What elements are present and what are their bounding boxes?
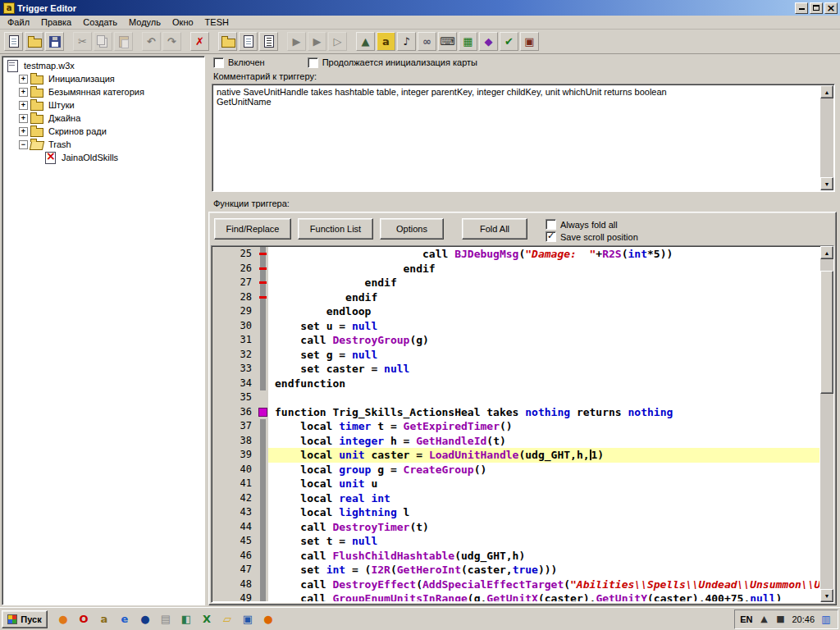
sound-editor-icon[interactable]: ♪ — [397, 32, 416, 51]
start-button[interactable]: Пуск — [2, 610, 48, 628]
trigger-editor-quick-icon[interactable]: a — [95, 610, 113, 628]
minimize-button[interactable] — [795, 2, 808, 14]
menu-item-0[interactable]: Файл — [2, 16, 35, 28]
code-text[interactable]: function Trig_Skills_ActionsHeal takes n… — [268, 405, 819, 420]
code-text[interactable]: call GroupEnumUnitsInRange(g,GetUnitX(ca… — [268, 591, 819, 601]
fold-margin[interactable] — [258, 390, 268, 405]
redo-icon[interactable]: ↷ — [162, 32, 181, 51]
fold-margin[interactable] — [258, 578, 268, 592]
fold-margin[interactable] — [258, 463, 268, 477]
tree-item[interactable]: +Безымянная категория — [2, 85, 204, 98]
maximize-button[interactable] — [810, 2, 823, 14]
fold-margin[interactable] — [258, 348, 268, 363]
fold-margin[interactable] — [258, 262, 268, 276]
tree-item[interactable]: −Trash — [2, 138, 204, 151]
editor-scrollbar[interactable] — [820, 246, 833, 602]
tray-app-icon[interactable]: ■ — [774, 613, 787, 626]
fold-margin[interactable] — [258, 290, 268, 305]
always-fold-checkbox[interactable] — [546, 219, 556, 230]
opera-icon[interactable]: O — [75, 610, 93, 628]
fold-margin[interactable] — [258, 377, 268, 391]
test-map-icon[interactable]: ▣ — [520, 32, 539, 51]
menu-item-2[interactable]: Создать — [77, 16, 123, 28]
delete-icon[interactable]: ✗ — [190, 32, 209, 51]
fold-margin[interactable] — [258, 362, 268, 377]
fold-margin[interactable] — [258, 333, 268, 348]
fold-margin[interactable] — [258, 304, 268, 319]
code-text[interactable]: call FlushChildHashtable(udg_GHT,h) — [268, 549, 819, 564]
comment-scrollbar[interactable] — [820, 85, 833, 190]
init-checkbox[interactable] — [308, 57, 318, 68]
find-replace-button[interactable]: Find/Replace — [214, 218, 291, 240]
fold-margin[interactable] — [258, 491, 268, 506]
expand-icon[interactable]: + — [19, 101, 28, 110]
fold-margin[interactable] — [258, 276, 268, 290]
terrain-editor-icon[interactable]: ▲ — [356, 32, 375, 51]
fold-margin[interactable] — [258, 319, 268, 334]
code-text[interactable]: endif — [268, 290, 819, 305]
internet-explorer-icon[interactable]: e — [116, 610, 134, 628]
paste-icon[interactable] — [114, 32, 133, 51]
show-desktop-icon[interactable]: ● — [54, 610, 72, 628]
fold-margin[interactable] — [258, 505, 268, 520]
enabled-checkbox[interactable] — [213, 57, 224, 68]
code-text[interactable]: local real int — [268, 491, 819, 506]
code-editor[interactable]: 25 call BJDebugMsg("Damage: "+R2S(int*5)… — [211, 245, 834, 603]
new-category-icon[interactable] — [218, 32, 237, 51]
debug-icon[interactable]: ▷ — [328, 32, 347, 51]
code-text[interactable]: local unit caster = LoadUnitHandle(udg_G… — [268, 448, 819, 463]
browser-icon[interactable]: ● — [136, 610, 154, 628]
save-icon[interactable] — [45, 32, 64, 51]
close-button[interactable] — [824, 2, 838, 14]
expand-icon[interactable]: + — [19, 127, 28, 136]
code-text[interactable]: call DestroyTimer(t) — [268, 520, 819, 535]
editor-scroll-up-icon[interactable] — [820, 246, 833, 259]
tree-item[interactable]: +Инициализация — [2, 72, 204, 85]
tree-item[interactable]: +Джайна — [2, 112, 204, 125]
object-editor-icon[interactable]: ∞ — [418, 32, 436, 51]
fold-margin[interactable] — [258, 419, 268, 434]
world-editor-icon[interactable]: ◧ — [177, 610, 195, 628]
folder-quick-icon[interactable]: ▱ — [218, 610, 236, 628]
tree-item[interactable]: +Скринов ради — [2, 125, 204, 138]
editor-scroll-down-icon[interactable] — [820, 589, 833, 602]
code-text[interactable]: set t = null — [268, 534, 819, 549]
collapse-icon[interactable]: − — [19, 140, 28, 149]
menu-item-3[interactable]: Модуль — [123, 16, 167, 28]
expand-icon[interactable]: + — [19, 114, 28, 123]
fold-margin[interactable] — [258, 534, 268, 549]
fold-margin[interactable] — [258, 477, 268, 491]
cut-icon[interactable]: ✂ — [73, 32, 92, 51]
document-icon[interactable]: ▤ — [157, 610, 175, 628]
code-text[interactable]: local lightning l — [268, 505, 819, 520]
code-text[interactable]: call BJDebugMsg("Damage: "+R2S(int*5)) — [268, 247, 819, 262]
tree-item[interactable]: JainaOldSkills — [2, 151, 204, 164]
code-text[interactable]: local timer t = GetExpiredTimer() — [268, 419, 819, 434]
fold-margin[interactable] — [258, 549, 268, 564]
chevron-up-icon[interactable]: ▲ — [757, 613, 770, 626]
fold-marker-icon[interactable] — [258, 408, 267, 417]
tesh-grid-icon[interactable]: ▦ — [459, 32, 477, 51]
syntax-check-icon[interactable]: ✔ — [500, 32, 518, 51]
run-trigger-icon[interactable]: ▶ — [287, 32, 306, 51]
keyboard-icon[interactable]: ⌨ — [438, 32, 457, 51]
gem-icon[interactable]: ◆ — [479, 32, 498, 51]
menu-item-5[interactable]: TESH — [199, 16, 235, 28]
code-text[interactable]: call DestroyEffect(AddSpecialEffectTarge… — [268, 578, 819, 592]
code-text[interactable]: endfunction — [268, 377, 819, 391]
new-trigger-icon[interactable] — [239, 32, 258, 51]
app-icon[interactable] — [3, 2, 15, 14]
spreadsheet-icon[interactable]: X — [198, 610, 216, 628]
fold-margin[interactable] — [258, 591, 268, 601]
fold-margin[interactable] — [258, 405, 268, 420]
copy-icon[interactable] — [94, 32, 112, 51]
comment-scroll-down-icon[interactable] — [820, 177, 833, 190]
code-text[interactable] — [268, 390, 819, 405]
code-text[interactable]: set caster = null — [268, 362, 819, 377]
fold-margin[interactable] — [258, 448, 268, 463]
code-text[interactable]: local integer h = GetHandleId(t) — [268, 434, 819, 449]
code-text[interactable]: local unit u — [268, 477, 819, 491]
code-text[interactable]: local group g = CreateGroup() — [268, 463, 819, 477]
new-icon[interactable] — [4, 32, 23, 51]
fold-margin[interactable] — [258, 247, 268, 262]
